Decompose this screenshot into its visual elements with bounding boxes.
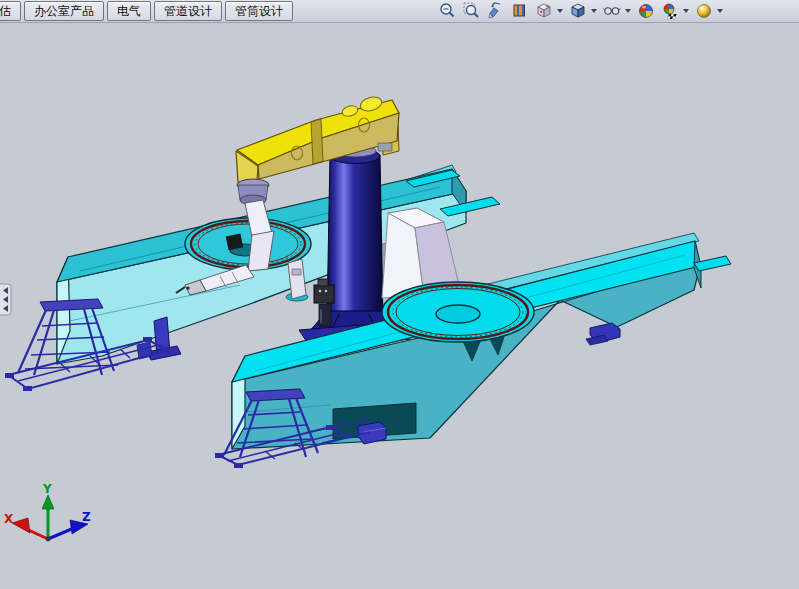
view-orientation-icon[interactable] bbox=[533, 1, 555, 21]
display-style-icon[interactable] bbox=[567, 1, 589, 21]
view-settings-icon[interactable] bbox=[693, 1, 715, 21]
zoom-to-fit-icon[interactable] bbox=[437, 1, 459, 21]
graphics-area[interactable]: Y X Z bbox=[0, 23, 799, 589]
command-toolbar: 估 办公室产品 电气 管道设计 管筒设计 bbox=[0, 0, 799, 23]
tab-electrical[interactable]: 电气 bbox=[107, 1, 151, 21]
zoom-to-area-icon[interactable] bbox=[461, 1, 483, 21]
panel-splitter-button[interactable] bbox=[0, 284, 11, 315]
triad-y-label: Y bbox=[42, 482, 52, 496]
apply-scene-icon[interactable] bbox=[659, 1, 681, 21]
apply-scene-dropdown-caret[interactable] bbox=[683, 9, 689, 13]
triad-x-label: X bbox=[4, 512, 14, 526]
view-tools bbox=[436, 1, 726, 21]
view-settings-dropdown-caret[interactable] bbox=[717, 9, 723, 13]
viewport-3d[interactable]: Y X Z bbox=[0, 23, 799, 589]
display-style-dropdown-caret[interactable] bbox=[591, 9, 597, 13]
edit-appearance-icon[interactable] bbox=[635, 1, 657, 21]
tab-office-products[interactable]: 办公室产品 bbox=[24, 1, 104, 21]
hide-show-items-icon[interactable] bbox=[601, 1, 623, 21]
view-orientation-dropdown-caret[interactable] bbox=[557, 9, 563, 13]
previous-view-icon[interactable] bbox=[485, 1, 507, 21]
triad-z-label: Z bbox=[82, 510, 91, 524]
tab-piping-design[interactable]: 管道设计 bbox=[154, 1, 222, 21]
section-view-icon[interactable] bbox=[509, 1, 531, 21]
tab-tubing-design[interactable]: 管筒设计 bbox=[225, 1, 293, 21]
hide-show-items-dropdown-caret[interactable] bbox=[625, 9, 631, 13]
right-turntable-ring[interactable] bbox=[382, 282, 534, 342]
tab-evaluate-partial[interactable]: 估 bbox=[0, 1, 21, 21]
command-tabs: 估 办公室产品 电气 管道设计 管筒设计 bbox=[0, 1, 296, 21]
